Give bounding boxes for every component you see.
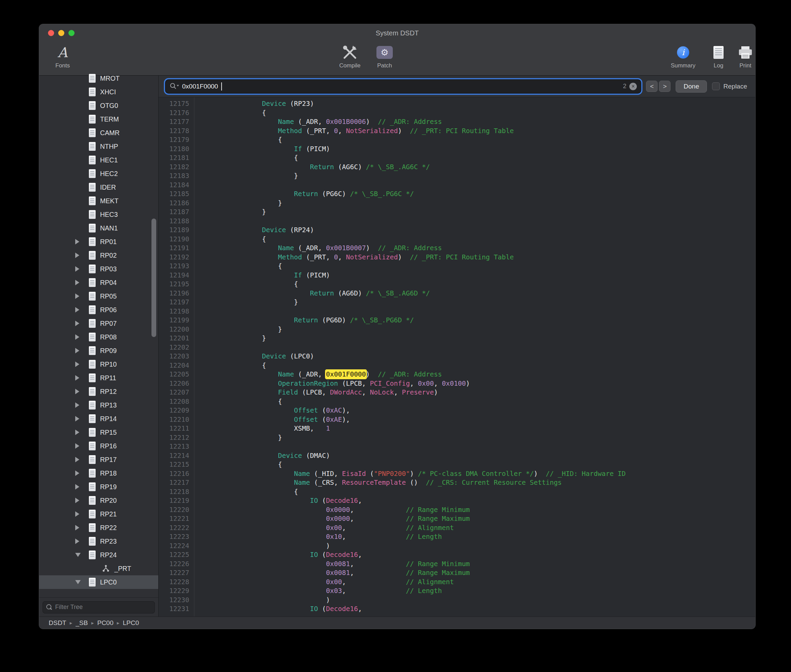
previous-match-button[interactable]: < [646,81,658,92]
replace-checkbox[interactable] [712,82,720,90]
breadcrumb-item[interactable]: _SB [75,619,88,627]
line-number: 12222 [158,523,194,533]
disclosure-triangle-icon[interactable] [75,470,79,476]
sidebar-item-rp22[interactable]: RP22 [39,521,158,534]
disclosure-triangle-icon[interactable] [75,280,79,285]
sidebar-item-rp09[interactable]: RP09 [39,344,158,357]
search-menu-icon[interactable] [169,82,179,91]
sidebar-item-rp08[interactable]: RP08 [39,330,158,344]
disclosure-triangle-icon[interactable] [75,293,79,299]
disclosure-triangle-icon[interactable] [75,307,79,312]
sidebar-item-rp02[interactable]: RP02 [39,248,158,262]
code-line: 12203 Device (LPC0) [158,352,755,361]
sidebar-item-rp20[interactable]: RP20 [39,494,158,507]
sidebar-item-rp15[interactable]: RP15 [39,426,158,439]
sidebar-item-rp14[interactable]: RP14 [39,412,158,426]
disclosure-triangle-icon[interactable] [75,389,79,394]
sidebar-tree[interactable]: MROTXHCIOTG0TERMCAMRNTHPHEC1HEC2IDERMEKT… [39,72,158,597]
disclosure-triangle-icon[interactable] [75,539,79,544]
search-input[interactable]: 0x001F0000 2 × [165,80,641,93]
disclosure-triangle-icon[interactable] [75,525,79,530]
sidebar-item-label: RP01 [100,238,117,246]
disclosure-triangle-icon[interactable] [75,580,81,584]
done-button[interactable]: Done [676,80,707,93]
sidebar-item-mekt[interactable]: MEKT [39,194,158,208]
sidebar-item-rp01[interactable]: RP01 [39,235,158,248]
disclosure-triangle-icon[interactable] [75,511,79,517]
filter-tree-input[interactable]: Filter Tree [43,601,155,613]
breadcrumb-item[interactable]: DSDT [49,619,66,627]
sidebar-item-term[interactable]: TERM [39,112,158,126]
code-editor[interactable]: 12175 Device (RP23)12176 {12177 Name (_A… [158,98,755,616]
disclosure-triangle-icon[interactable] [75,321,79,326]
disclosure-triangle-icon[interactable] [75,443,79,449]
sidebar-item-rp16[interactable]: RP16 [39,439,158,453]
print-button[interactable]: Print [732,43,756,69]
sidebar-item-rp21[interactable]: RP21 [39,507,158,521]
sidebar-item-rp18[interactable]: RP18 [39,466,158,480]
fonts-button[interactable]: A Fonts [47,43,78,69]
next-match-button[interactable]: > [659,81,671,92]
sidebar-item-rp17[interactable]: RP17 [39,453,158,466]
disclosure-triangle-icon[interactable] [75,348,79,354]
disclosure-triangle-icon[interactable] [75,484,79,490]
sidebar-item-rp19[interactable]: RP19 [39,480,158,494]
disclosure-triangle-icon[interactable] [75,375,79,381]
sidebar-item-hec3[interactable]: HEC3 [39,208,158,221]
code-line: 12223 0x10, // Length [158,533,755,542]
log-button[interactable]: Log [706,43,731,69]
sidebar-scrollbar[interactable] [152,219,156,337]
sidebar-item-lpc0[interactable]: LPC0 [39,575,158,589]
disclosure-triangle-icon[interactable] [75,253,79,258]
disclosure-triangle-icon[interactable] [75,266,79,272]
sidebar-item-rp06[interactable]: RP06 [39,303,158,317]
code-line: 12231 IO (Decode16, [158,605,755,614]
code-line: 12186 } [158,199,755,208]
sidebar-item-rp11[interactable]: RP11 [39,371,158,385]
sidebar-item-hec1[interactable]: HEC1 [39,153,158,167]
sidebar-item-otg0[interactable]: OTG0 [39,99,158,112]
breadcrumb-item[interactable]: PC00 [97,619,114,627]
sidebar-item-hec2[interactable]: HEC2 [39,167,158,181]
sidebar-item-nan1[interactable]: NAN1 [39,221,158,235]
sidebar-item-rp12[interactable]: RP12 [39,385,158,398]
sidebar-item-ider[interactable]: IDER [39,181,158,194]
code-line: 12190 { [158,235,755,244]
sidebar-item-xhci[interactable]: XHCI [39,85,158,99]
sidebar-item-rp23[interactable]: RP23 [39,534,158,548]
disclosure-triangle-icon[interactable] [75,402,79,408]
sidebar-item-rp10[interactable]: RP10 [39,357,158,371]
summary-button[interactable]: i Summary [666,43,700,69]
compile-button[interactable]: Compile [331,43,369,69]
sidebar-item-rp07[interactable]: RP07 [39,317,158,330]
disclosure-triangle-icon[interactable] [75,362,79,367]
sidebar-item-rp03[interactable]: RP03 [39,262,158,276]
sidebar-item-rp13[interactable]: RP13 [39,398,158,412]
clear-search-icon[interactable]: × [629,83,637,90]
patch-button[interactable]: ⚙ Patch [370,43,399,69]
document-icon [89,346,96,355]
disclosure-triangle-icon[interactable] [75,416,79,421]
sidebar-item-_prt[interactable]: _PRT [39,562,158,575]
disclosure-triangle-icon[interactable] [75,498,79,503]
disclosure-triangle-icon[interactable] [75,239,79,245]
disclosure-triangle-icon[interactable] [75,430,79,435]
sidebar-item-rp04[interactable]: RP04 [39,276,158,290]
titlebar[interactable]: System DSDT [39,24,755,42]
sidebar-item-label: RP12 [100,388,117,395]
line-number: 12199 [158,316,194,325]
sidebar-item-nthp[interactable]: NTHP [39,139,158,153]
sidebar-item-label: MROT [100,75,120,82]
sidebar-item-rp05[interactable]: RP05 [39,290,158,303]
sidebar-item-rp24[interactable]: RP24 [39,548,158,562]
line-number: 12208 [158,397,194,406]
sidebar-item-camr[interactable]: CAMR [39,126,158,139]
sidebar-item-mrot[interactable]: MROT [39,72,158,85]
disclosure-triangle-icon[interactable] [75,553,81,557]
sidebar-item-label: RP10 [100,360,117,368]
disclosure-triangle-icon[interactable] [75,334,79,340]
disclosure-triangle-icon[interactable] [75,457,79,462]
breadcrumb-separator-icon: ▸ [117,620,120,626]
breadcrumb-item[interactable]: LPC0 [123,619,139,627]
status-bar: DSDT▸_SB▸PC00▸LPC0 [39,616,755,629]
